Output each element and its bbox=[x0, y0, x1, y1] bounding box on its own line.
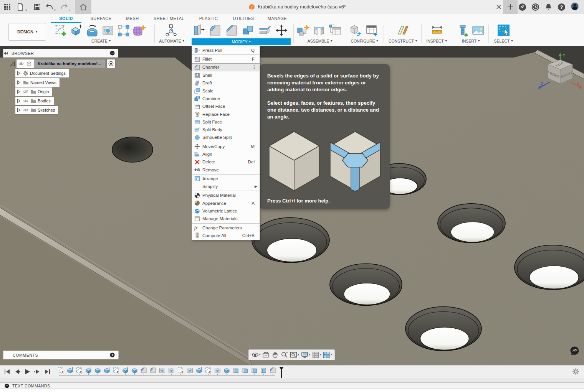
step-forward-button[interactable] bbox=[33, 367, 41, 376]
new-component-tool-icon[interactable] bbox=[296, 24, 310, 37]
comments-bar[interactable]: COMMENTS bbox=[3, 351, 119, 359]
redo-icon[interactable]: ▾ bbox=[60, 3, 68, 11]
feedback-bubble-icon[interactable] bbox=[569, 345, 580, 358]
bom-tool-icon[interactable] bbox=[328, 24, 342, 37]
menu-item-silhouette-split[interactable]: Silhouette Split bbox=[192, 133, 260, 141]
combine-tool-icon[interactable] bbox=[242, 24, 255, 37]
command-input-area[interactable] bbox=[0, 389, 584, 392]
browser-item-document-settings[interactable]: Document Settings bbox=[15, 69, 69, 77]
group-insert[interactable]: INSERT▾ bbox=[462, 39, 480, 43]
menu-item-delete[interactable]: DeleteDel bbox=[192, 158, 260, 166]
revolve-tool-icon[interactable] bbox=[85, 24, 99, 37]
timeline-feature-extrude[interactable] bbox=[223, 367, 230, 374]
root-expander-icon[interactable] bbox=[10, 61, 15, 66]
configuration-tool-icon[interactable] bbox=[349, 24, 362, 37]
menu-item-align[interactable]: Align bbox=[192, 150, 260, 158]
browser-item-sketches[interactable]: Sketches bbox=[15, 106, 58, 114]
menu-item-appearance[interactable]: AppearanceA bbox=[192, 199, 260, 207]
group-inspect[interactable]: INSPECT▾ bbox=[426, 39, 447, 43]
save-icon[interactable] bbox=[33, 3, 41, 11]
caret-down-icon[interactable]: ▾ bbox=[331, 353, 332, 356]
menu-item-simplify[interactable]: Simplify▶ bbox=[192, 183, 260, 190]
fit-icon[interactable] bbox=[290, 351, 298, 359]
expander-icon[interactable] bbox=[17, 108, 22, 112]
history-icon[interactable] bbox=[531, 3, 539, 11]
new-tab-button[interactable] bbox=[503, 0, 518, 14]
select-tool-icon[interactable] bbox=[497, 24, 511, 37]
timeline-feature-hole[interactable] bbox=[168, 367, 175, 374]
menu-item-volumetric-lattice[interactable]: Volumetric Lattice bbox=[192, 207, 260, 215]
app-grid-icon[interactable] bbox=[3, 3, 12, 11]
item-icons[interactable] bbox=[23, 89, 36, 94]
skip-to-start-button[interactable] bbox=[3, 367, 12, 376]
configuration-table-tool-icon[interactable] bbox=[365, 24, 379, 37]
joint-tool-icon[interactable] bbox=[312, 24, 326, 37]
grid-snap-icon[interactable] bbox=[311, 351, 320, 359]
help-icon[interactable]: ? bbox=[557, 3, 566, 11]
text-commands-bar[interactable]: TEXT COMMANDS bbox=[0, 382, 584, 389]
timeline-feature-extrude[interactable] bbox=[196, 367, 202, 374]
menu-item-physical-material[interactable]: Physical Material bbox=[192, 191, 260, 199]
play-button[interactable] bbox=[23, 367, 31, 376]
extensions-icon[interactable] bbox=[518, 3, 526, 11]
timeline-feature-offset-face[interactable] bbox=[233, 367, 239, 374]
menu-item-split-face[interactable]: Split Face bbox=[192, 118, 260, 126]
menu-item-chamfer[interactable]: Chamfer⋮ bbox=[192, 63, 260, 71]
chamfer-tool-icon[interactable] bbox=[225, 24, 239, 37]
item-icons[interactable] bbox=[23, 108, 36, 112]
menu-item-fillet[interactable]: FilletF bbox=[192, 55, 260, 63]
insert-image-tool-icon[interactable] bbox=[472, 24, 485, 37]
hole-tool-icon[interactable] bbox=[101, 24, 115, 37]
timeline-feature-fillet[interactable] bbox=[150, 367, 156, 374]
tab-utilities[interactable]: UTILITIES bbox=[227, 14, 260, 23]
fillet-tool-icon[interactable] bbox=[208, 24, 222, 37]
menu-item-remove[interactable]: Remove bbox=[192, 166, 260, 173]
insert-fastener-tool-icon[interactable] bbox=[457, 24, 471, 37]
file-icon[interactable]: ▾ bbox=[16, 3, 25, 11]
close-tab-icon[interactable] bbox=[495, 3, 503, 11]
display-settings-icon[interactable] bbox=[300, 351, 309, 359]
add-comment-icon[interactable] bbox=[110, 352, 115, 357]
browser-item-origin[interactable]: Origin bbox=[15, 87, 52, 96]
timeline-feature-sketch[interactable] bbox=[177, 367, 184, 374]
expander-icon[interactable] bbox=[17, 80, 22, 85]
group-assemble[interactable]: ASSEMBLE▾ bbox=[308, 39, 333, 43]
move-tool-icon[interactable] bbox=[275, 24, 288, 37]
item-icons[interactable] bbox=[23, 80, 29, 85]
browser-panel-header[interactable]: BROWSER bbox=[3, 49, 118, 58]
menu-item-move-copy[interactable]: Move/CopyM bbox=[192, 143, 260, 150]
document-tab[interactable]: Krabička na hodiny modelového času v6* bbox=[91, 0, 503, 14]
expander-icon[interactable] bbox=[17, 71, 22, 76]
avatar[interactable] bbox=[571, 2, 579, 10]
notifications-icon[interactable] bbox=[544, 3, 553, 11]
root-component-label[interactable]: Krabička na hodiny modelové... bbox=[34, 59, 105, 68]
timeline-feature-extrude[interactable] bbox=[104, 367, 110, 374]
group-configure[interactable]: CONFIGURE▾ bbox=[351, 39, 378, 43]
activate-component-radio[interactable] bbox=[107, 59, 115, 68]
menu-item-press-pull[interactable]: Press PullQ bbox=[192, 46, 260, 54]
menu-item-shell[interactable]: Shell bbox=[192, 71, 260, 79]
timeline-feature-sketch[interactable] bbox=[58, 367, 64, 374]
skip-to-end-button[interactable] bbox=[43, 367, 51, 376]
pattern-tool-icon[interactable] bbox=[117, 24, 131, 37]
menu-item-arrange[interactable]: Arrange bbox=[192, 175, 260, 183]
measure-tool-icon[interactable] bbox=[430, 24, 444, 37]
menu-item-draft[interactable]: Draft bbox=[192, 79, 260, 87]
group-select[interactable]: SELECT▾ bbox=[494, 39, 513, 43]
menu-item-combine[interactable]: Combine bbox=[192, 95, 260, 102]
group-modify[interactable]: MODIFY▾ bbox=[192, 38, 291, 45]
timeline-feature-extrude[interactable] bbox=[85, 367, 92, 374]
menu-item-change-parameters[interactable]: fxChange Parameters bbox=[192, 224, 260, 232]
press-pull-tool-icon[interactable] bbox=[192, 24, 206, 37]
timeline-feature-hole[interactable] bbox=[187, 367, 193, 374]
tab-solid[interactable]: SOLID bbox=[48, 14, 84, 23]
timeline-feature-hole[interactable] bbox=[159, 367, 165, 374]
extrude-tool-icon[interactable] bbox=[69, 24, 83, 37]
viewports-icon[interactable] bbox=[322, 351, 331, 359]
timeline-feature-offset-face[interactable] bbox=[260, 367, 267, 374]
timeline-feature-hole[interactable] bbox=[214, 367, 221, 374]
browser-item-bodies[interactable]: Bodies bbox=[15, 97, 54, 105]
timeline-feature-extrude[interactable] bbox=[122, 367, 129, 374]
group-automate[interactable]: AUTOMATE▾ bbox=[159, 39, 184, 43]
menu-item-compute-all[interactable]: Compute AllCtrl+B bbox=[192, 232, 260, 239]
